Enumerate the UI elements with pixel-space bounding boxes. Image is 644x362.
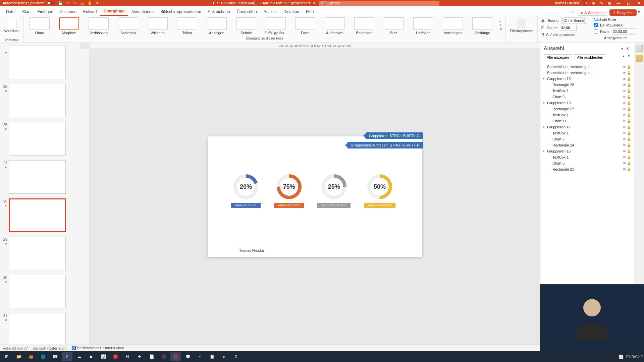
- explorer-icon[interactable]: 📁: [13, 352, 24, 361]
- thumbnail-27[interactable]: 27★: [0, 159, 80, 197]
- transition-vorhnge[interactable]: Vorhänge: [469, 17, 495, 35]
- app-icon-3[interactable]: 🔴: [110, 352, 121, 361]
- panel-close-icon[interactable]: ✕: [625, 46, 631, 51]
- collapse-ribbon-icon[interactable]: ▭: [569, 8, 576, 16]
- tree-item[interactable]: TextBox 1👁🔓: [542, 112, 632, 118]
- tab-animationen[interactable]: Animationen: [128, 7, 157, 16]
- system-tray[interactable]: 📈 EUR/CHF: [619, 355, 643, 359]
- tab-aufzeichnen[interactable]: Aufzeichnen: [205, 7, 233, 16]
- donut-1[interactable]: 20%ANALYSIS ONE: [231, 173, 261, 208]
- transition-form[interactable]: Form: [292, 17, 318, 35]
- transition-teilen[interactable]: Teilen: [174, 17, 200, 35]
- present-icon[interactable]: ▢: [80, 1, 85, 5]
- panel-dropdown-icon[interactable]: ▾: [620, 46, 625, 51]
- transition-verhngen[interactable]: Verhängen: [440, 17, 466, 35]
- outlook-icon[interactable]: 📧: [50, 352, 60, 361]
- saved-location[interactable]: • Auf "diesem PC" gespeichert: [260, 1, 310, 5]
- transition-zuflligeba[interactable]: Zufällige Ba...: [263, 17, 289, 35]
- app-icon-1[interactable]: ☁: [74, 352, 85, 361]
- qat-more-icon[interactable]: ▾: [95, 1, 100, 5]
- slide-editor[interactable]: |16|·|14|·|12|·|10|·|8|·|6|·|4|·|2|·|0|·…: [80, 43, 540, 345]
- transition-schnitt[interactable]: Schnitt: [233, 17, 259, 35]
- callout-group[interactable]: Gruppieren STRG +SHIFT+ G: [366, 132, 423, 139]
- undo-icon[interactable]: ↶: [65, 1, 70, 5]
- transition-morphen[interactable]: Morphen: [56, 17, 82, 35]
- telegram-icon[interactable]: ✈: [134, 352, 145, 361]
- tab-ansicht[interactable]: Ansicht: [260, 7, 280, 16]
- tab-dictation[interactable]: Dictation: [280, 7, 303, 16]
- chrome-icon[interactable]: 🌐: [38, 352, 48, 361]
- close-button[interactable]: ✕: [635, 0, 642, 6]
- tab-übergänge[interactable]: Übergänge: [100, 7, 128, 16]
- callout-ungroup[interactable]: Gruppierung aufheben STRG +SHIFT+ H: [347, 142, 423, 148]
- after-time-input[interactable]: 00:00,00: [612, 28, 637, 35]
- tree-item[interactable]: ▾Gruppieren 18👁🔓: [542, 76, 632, 82]
- on-click-checkbox[interactable]: [594, 23, 598, 27]
- tree-item[interactable]: Chart 11👁🔓: [542, 118, 632, 124]
- maximize-button[interactable]: ▢: [625, 0, 632, 6]
- format-icon[interactable]: [636, 55, 643, 62]
- user-avatar[interactable]: TH: [582, 0, 588, 6]
- touch-icon[interactable]: ✋: [88, 1, 92, 5]
- app-icon-5[interactable]: ⭕: [170, 352, 181, 361]
- donut-4[interactable]: 50%ANALYSIS FOUR: [364, 173, 395, 208]
- vlc-icon[interactable]: ▶: [86, 352, 97, 361]
- start-button[interactable]: ⊞: [1, 352, 12, 361]
- app-icon-2[interactable]: 📊: [98, 352, 109, 361]
- tab-start[interactable]: Start: [19, 7, 34, 16]
- hide-all-button[interactable]: Alle ausblenden: [574, 54, 606, 60]
- user-name[interactable]: Thomas Hruska: [553, 1, 579, 5]
- transition-verblassen[interactable]: Verblassen: [86, 17, 112, 35]
- thumbnail-28[interactable]: 28★: [0, 197, 80, 235]
- thumbnail-24[interactable]: ★: [0, 44, 80, 82]
- share-dropdown-icon[interactable]: ▾: [637, 8, 641, 16]
- tab-einfügen[interactable]: Einfügen: [34, 7, 56, 16]
- transition-schieben[interactable]: Schieben: [115, 17, 141, 35]
- transition-wischen[interactable]: Wischen: [145, 17, 171, 35]
- tree-item[interactable]: Rectangle 27👁🔓: [542, 106, 632, 112]
- transition-bedecken[interactable]: Bedecken: [351, 17, 377, 35]
- tree-item[interactable]: Sprechblase: rechteckig m...👁🔓: [542, 70, 632, 76]
- thumbnail-26[interactable]: 26★: [0, 121, 80, 159]
- language-button[interactable]: Deutsch (Österreich): [33, 346, 66, 350]
- excel-icon[interactable]: X: [231, 352, 241, 361]
- gallery-more-icon[interactable]: ▴▾⊟: [499, 17, 503, 33]
- tab-überprüfen[interactable]: Überprüfen: [233, 7, 260, 16]
- effect-options-button[interactable]: Effektoptionen: [508, 17, 535, 34]
- transition-aufdecken[interactable]: Aufdecken: [322, 17, 348, 35]
- donut-2[interactable]: 75%ANALYSIS TWO: [274, 173, 304, 208]
- tree-item[interactable]: Chart 7👁🔓: [542, 136, 632, 142]
- app-icon-4[interactable]: 📄: [146, 352, 157, 361]
- powerpoint-icon[interactable]: P: [62, 352, 72, 361]
- tab-hilfe[interactable]: Hilfe: [303, 7, 317, 16]
- search-box[interactable]: 🔍 Suchen: [319, 1, 439, 6]
- autosave-toggle[interactable]: [47, 1, 55, 5]
- transitions-gallery[interactable]: OhneMorphenVerblassenSchiebenWischenTeil…: [24, 16, 505, 36]
- thumbnail-25[interactable]: 25★: [0, 82, 80, 121]
- tree-item[interactable]: ▾Gruppieren 17👁🔓: [542, 124, 632, 130]
- tab-zeichnen[interactable]: Zeichnen: [57, 7, 80, 16]
- minimize-button[interactable]: —: [615, 0, 622, 6]
- tree-item[interactable]: TextBox 1👁🔓: [542, 88, 632, 94]
- coming-soon-icon[interactable]: ⊕: [591, 1, 596, 5]
- move-up-icon[interactable]: ▲: [622, 54, 625, 60]
- donut-3[interactable]: 25%ANALYSIS THREE: [317, 173, 351, 208]
- transition-umfallen[interactable]: Umfallen: [410, 17, 436, 35]
- tree-item[interactable]: Rectangle 28👁🔓: [542, 82, 632, 88]
- tree-item[interactable]: Rectangle 23👁🔓: [542, 166, 632, 172]
- tree-item[interactable]: Chart 9👁🔓: [542, 94, 632, 100]
- transition-anzeigen[interactable]: Anzeigen: [204, 17, 230, 35]
- slide-canvas[interactable]: Gruppieren STRG +SHIFT+ G Gruppierung au…: [208, 136, 422, 257]
- sound-select[interactable]: [Ohne Sound]: [561, 17, 587, 23]
- tree-item[interactable]: TextBox 1👁🔓: [542, 130, 632, 136]
- obs-icon[interactable]: ⚫: [158, 352, 169, 361]
- tray-chart-icon[interactable]: 📈: [619, 355, 624, 359]
- tab-bildschirmpräsentation[interactable]: Bildschirmpräsentation: [157, 7, 204, 16]
- tree-item[interactable]: Sprechblase: rechteckig m...👁🔓: [542, 64, 632, 70]
- transition-ohne[interactable]: Ohne: [26, 17, 53, 35]
- transition-blitz[interactable]: Blitz: [381, 17, 407, 35]
- save-icon[interactable]: 💾: [58, 1, 63, 5]
- edge-icon[interactable]: e: [219, 352, 229, 361]
- record-button[interactable]: ●Aufzeichnen: [578, 10, 607, 16]
- preview-button[interactable]: Vorschau: [2, 17, 21, 34]
